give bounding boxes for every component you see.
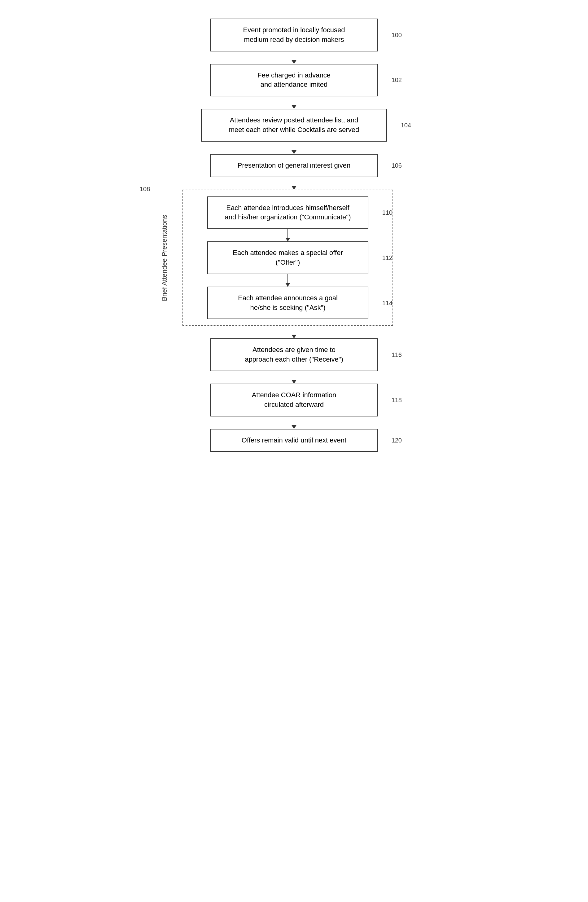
flow-item-110: Each attendee introduces himself/herself… <box>192 196 383 242</box>
dashed-group-inner: Each attendee introduces himself/herself… <box>192 196 383 319</box>
ref-102: 102 <box>392 75 402 84</box>
flow-item-114: Each attendee announces a goal he/she is… <box>192 287 383 319</box>
flow-item-120: Offers remain valid until next event 120 <box>155 429 433 452</box>
box-106: Presentation of general interest given 1… <box>210 154 378 177</box>
box-120: Offers remain valid until next event 120 <box>210 429 378 452</box>
box-102-text: Fee charged in advance and attendance im… <box>258 71 330 89</box>
box-120-text: Offers remain valid until next event <box>242 436 346 444</box>
arrow-106-group <box>294 177 294 189</box>
arrow-116-118 <box>294 371 294 384</box>
flow-item-104: Attendees review posted attendee list, a… <box>155 109 433 154</box>
ref-104: 104 <box>401 121 411 130</box>
box-100: Event promoted in locally focused medium… <box>210 19 378 52</box>
box-116-text: Attendees are given time to approach eac… <box>245 346 343 363</box>
flow-item-116: Attendees are given time to approach eac… <box>155 338 433 384</box>
box-114-text: Each attendee announces a goal he/she is… <box>238 294 338 312</box>
box-104-text: Attendees review posted attendee list, a… <box>229 116 360 133</box>
arrow-112-114 <box>288 274 288 287</box>
arrow-118-120 <box>294 417 294 429</box>
ref-114: 114 <box>382 299 393 307</box>
ref-100: 100 <box>392 31 402 39</box>
ref-112: 112 <box>382 254 393 262</box>
box-112: Each attendee makes a special offer ("Of… <box>207 241 368 274</box>
arrow-104-106 <box>294 142 294 154</box>
group-label-108: Brief Attendee Presentations <box>160 215 169 301</box>
flowchart-diagram: Event promoted in locally focused medium… <box>155 19 433 452</box>
box-110: Each attendee introduces himself/herself… <box>207 196 368 229</box>
box-110-text: Each attendee introduces himself/herself… <box>225 204 351 221</box>
box-106-text: Presentation of general interest given <box>238 161 350 169</box>
box-112-text: Each attendee makes a special offer ("Of… <box>233 249 342 266</box>
arrow-102-104 <box>294 96 294 109</box>
flow-item-group-108: Brief Attendee Presentations 108 Each at… <box>155 189 433 339</box>
flow-item-100: Event promoted in locally focused medium… <box>155 19 433 64</box>
ref-106: 106 <box>392 161 402 170</box>
dashed-group-wrapper: Brief Attendee Presentations 108 Each at… <box>183 189 405 326</box>
arrow-group-116 <box>294 326 294 338</box>
ref-120: 120 <box>392 436 402 445</box>
flow-item-102: Fee charged in advance and attendance im… <box>155 64 433 109</box>
dashed-group-108: Brief Attendee Presentations 108 Each at… <box>183 189 393 326</box>
arrow-110-112 <box>288 229 288 241</box>
ref-116: 116 <box>392 351 402 359</box>
flow-item-112: Each attendee makes a special offer ("Of… <box>192 241 383 287</box>
box-100-text: Event promoted in locally focused medium… <box>243 26 345 43</box>
arrow-100-102 <box>294 52 294 64</box>
box-104: Attendees review posted attendee list, a… <box>201 109 387 142</box>
group-label-container: Brief Attendee Presentations <box>149 190 180 326</box>
box-116: Attendees are given time to approach eac… <box>210 338 378 371</box>
ref-108: 108 <box>140 186 150 193</box>
box-118: Attendee COAR information circulated aft… <box>210 384 378 417</box>
box-114: Each attendee announces a goal he/she is… <box>207 287 368 319</box>
ref-118: 118 <box>392 396 402 404</box>
box-118-text: Attendee COAR information circulated aft… <box>252 391 336 409</box>
ref-110: 110 <box>382 208 393 217</box>
flow-item-118: Attendee COAR information circulated aft… <box>155 384 433 429</box>
box-102: Fee charged in advance and attendance im… <box>210 64 378 97</box>
flow-item-106: Presentation of general interest given 1… <box>155 154 433 189</box>
